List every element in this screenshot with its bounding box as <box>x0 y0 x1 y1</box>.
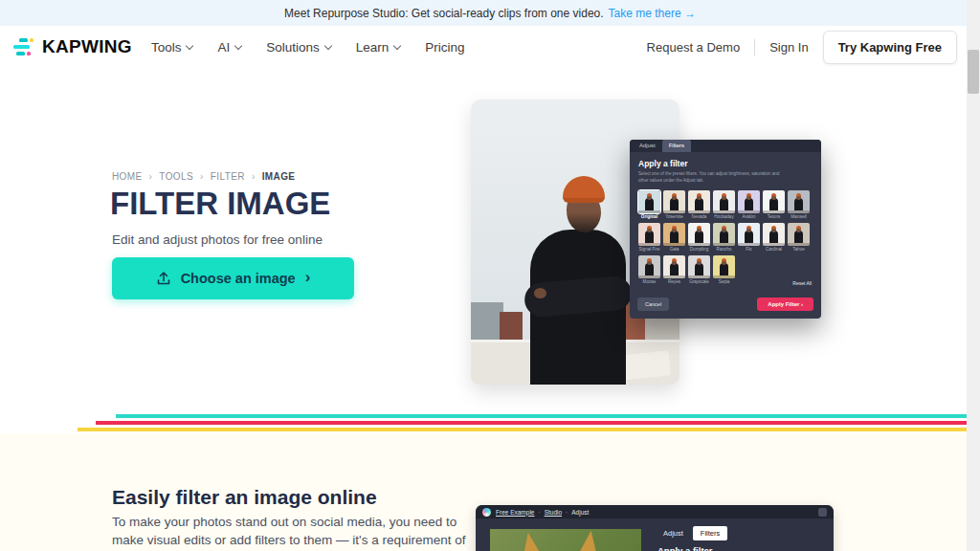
filter-label: Grayscale <box>688 279 710 284</box>
nav-item-label: Pricing <box>425 40 464 55</box>
tab-filters[interactable]: Filters <box>693 526 727 540</box>
filter-option-moose[interactable]: Moose <box>638 255 660 284</box>
stripe-red <box>96 421 980 425</box>
filter-label: Rancho <box>713 247 735 252</box>
nav-item-learn[interactable]: Learn <box>356 40 401 55</box>
studio-breadcrumb: Free Example·Studio·Adjust <box>496 509 589 516</box>
filter-option-gaia[interactable]: Gaia <box>663 223 685 252</box>
breadcrumb-item-filter[interactable]: FILTER <box>211 171 245 182</box>
breadcrumb-item-home[interactable]: HOME <box>112 171 143 182</box>
man-hand <box>534 288 546 298</box>
nav-item-ai[interactable]: AI <box>217 40 241 55</box>
chevron-down-icon <box>393 41 401 49</box>
section-paragraph: To make your photos stand out on social … <box>112 513 487 551</box>
filter-option-maxwell[interactable]: Maxwell <box>788 190 810 219</box>
panel-tabs: AdjustFilters <box>630 140 821 152</box>
filter-option-grayscale[interactable]: Grayscale <box>688 255 710 284</box>
filter-label: Yosemite <box>663 214 685 219</box>
filter-label: Gaia <box>663 247 685 252</box>
filter-option-rancho[interactable]: Rancho <box>713 223 735 252</box>
breadcrumb-separator: › <box>200 171 204 182</box>
breadcrumb-separator: › <box>252 171 256 182</box>
filter-thumbnail <box>713 223 735 246</box>
studio-settings-icon[interactable] <box>818 508 827 517</box>
studio-heading: Apply a filter <box>657 545 713 551</box>
studio-crumb-studio[interactable]: Studio <box>545 509 562 516</box>
tab-adjust[interactable]: Adjust <box>656 526 691 540</box>
filter-option-original[interactable]: Original <box>638 190 660 219</box>
request-demo-link[interactable]: Request a Demo <box>647 40 741 55</box>
filter-option-signal-fire[interactable]: Signal Fire <box>638 223 660 252</box>
filter-label: Hockaday <box>713 214 735 219</box>
reset-all-link[interactable]: Reset All <box>792 280 812 286</box>
breadcrumb: HOME›TOOLS›FILTER›IMAGE <box>112 171 295 182</box>
filter-option-yosemite[interactable]: Yosemite <box>663 190 685 219</box>
divider <box>754 39 755 55</box>
studio-crumb-free-example[interactable]: Free Example <box>496 509 534 516</box>
scrollbar-thumb[interactable] <box>968 50 979 94</box>
promo-banner: Meet Repurpose Studio: Get social-ready … <box>0 0 980 26</box>
filter-option-nevada[interactable]: Nevada <box>688 190 710 219</box>
chevron-down-icon <box>324 41 332 49</box>
section-heading: Easily filter an image online <box>112 486 377 509</box>
nav-item-tools[interactable]: Tools <box>151 40 193 55</box>
filter-thumbnail <box>688 255 710 278</box>
main-nav: ToolsAISolutionsLearnPricing <box>151 40 465 55</box>
filter-option-dumpling[interactable]: Dumpling <box>688 223 710 252</box>
filter-thumbnail <box>663 190 685 213</box>
filter-thumbnail <box>663 223 685 246</box>
scrollbar-track[interactable] <box>967 0 980 551</box>
chevron-down-icon <box>234 41 242 49</box>
fox-image <box>490 529 641 551</box>
separator: · <box>538 509 540 516</box>
building <box>471 302 503 344</box>
stripe-yellow <box>78 428 980 431</box>
filter-option-tahoe[interactable]: Tahoe <box>788 223 810 252</box>
apply-filter-button[interactable]: Apply Filter › <box>757 298 813 311</box>
studio-crumb-adjust: Adjust <box>571 509 589 516</box>
filter-label: Original <box>638 214 660 219</box>
filter-panel: AdjustFilters Apply a filter Select one … <box>630 140 821 319</box>
filter-label: Maxwell <box>788 214 810 219</box>
filter-option-cardinal[interactable]: Cardinal <box>763 223 785 252</box>
studio-titlebar: Free Example·Studio·Adjust <box>476 505 834 518</box>
breadcrumb-item-tools[interactable]: TOOLS <box>159 171 193 182</box>
filter-label: Tetons <box>763 214 785 219</box>
separator: · <box>566 509 568 516</box>
choose-image-label: Choose an image <box>181 271 296 286</box>
filter-option-avalon[interactable]: Avalon <box>738 190 760 219</box>
nav-item-pricing[interactable]: Pricing <box>425 40 464 55</box>
panel-heading: Apply a filter <box>638 159 813 168</box>
filter-thumbnail <box>788 190 810 213</box>
studio-card: Free Example·Studio·Adjust AdjustFilters… <box>476 505 834 551</box>
filter-label: Signal Fire <box>638 247 660 252</box>
nav-item-solutions[interactable]: Solutions <box>266 40 331 55</box>
tab-filters[interactable]: Filters <box>662 140 691 152</box>
upload-icon <box>156 271 171 286</box>
kapwing-logo[interactable]: KAPWING <box>13 36 132 57</box>
filter-option-hockaday[interactable]: Hockaday <box>713 190 735 219</box>
breadcrumb-item-image[interactable]: IMAGE <box>262 171 296 182</box>
breadcrumb-separator: › <box>149 171 153 182</box>
promo-text: Meet Repurpose Studio: Get social-ready … <box>284 7 604 20</box>
filter-label: Reyes <box>663 279 685 284</box>
page-subtitle: Edit and adjust photos for free online <box>112 232 323 247</box>
filter-option-tetons[interactable]: Tetons <box>763 190 785 219</box>
kapwing-logo-icon <box>13 38 34 55</box>
tab-adjust[interactable]: Adjust <box>633 140 662 152</box>
filter-option-flo[interactable]: Flo <box>738 223 760 252</box>
filter-thumbnail <box>713 255 735 278</box>
filter-option-sepia[interactable]: Sepia <box>713 255 735 284</box>
cancel-button[interactable]: Cancel <box>637 298 669 311</box>
nav-item-label: AI <box>217 40 230 55</box>
filter-label: Flo <box>738 247 760 252</box>
choose-image-button[interactable]: Choose an image › <box>112 257 354 299</box>
try-kapwing-free-button[interactable]: Try Kapwing Free <box>823 31 957 64</box>
filter-thumbnail <box>763 223 785 246</box>
filter-thumbnail <box>688 190 710 213</box>
filter-option-reyes[interactable]: Reyes <box>663 255 685 284</box>
sign-in-link[interactable]: Sign In <box>769 40 808 55</box>
filter-label: Nevada <box>688 214 710 219</box>
filter-thumbnail <box>738 190 760 213</box>
promo-link[interactable]: Take me there → <box>609 7 696 20</box>
